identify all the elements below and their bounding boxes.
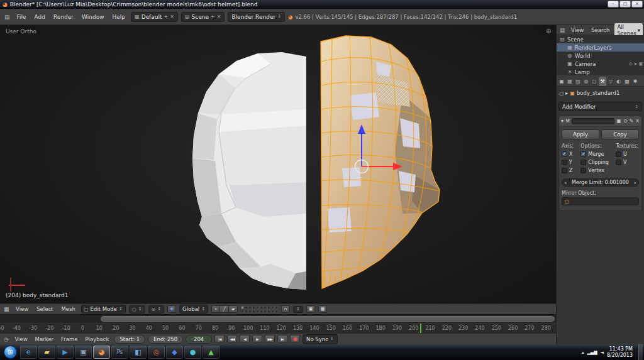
layer-toggle[interactable] — [248, 306, 252, 309]
render-engine-dropdown[interactable]: Blender Render ↕ — [228, 12, 285, 22]
prev-keyframe-button[interactable]: ◀◀ — [227, 335, 237, 343]
timeline-menu-marker[interactable]: Marker — [33, 335, 56, 343]
visibility-eye-icon[interactable]: ⊙ — [629, 62, 633, 67]
blender-icon[interactable]: ◕ — [93, 346, 110, 359]
file-explorer-folder-icon[interactable]: ▰ — [38, 346, 55, 359]
clipping-checkbox[interactable]: Clipping — [580, 159, 613, 166]
texture-v-checkbox[interactable]: V — [616, 159, 639, 166]
layer-toggle[interactable] — [252, 310, 255, 313]
snap-mode-dropdown[interactable]: ↕ — [293, 306, 303, 313]
tab-render[interactable]: ▣ — [558, 77, 565, 86]
pivot-dropdown[interactable]: ⊙ ↕ — [148, 305, 165, 314]
edge-select-button[interactable]: ╱ — [220, 305, 229, 313]
mirror-object-field[interactable]: ◻ — [562, 197, 639, 205]
merge-limit-slider[interactable]: ◂ Merge Limit: 0.001000 ▸ — [562, 178, 639, 187]
screen-layout-dropdown[interactable]: ▦ Default + × — [131, 12, 178, 22]
tab-particles[interactable]: ✱ — [631, 77, 639, 86]
outliner-menu-search[interactable]: Search — [589, 26, 612, 34]
decrement-arrow-icon[interactable]: ◂ — [564, 180, 567, 185]
viewport-menu-mesh[interactable]: Mesh — [58, 305, 77, 313]
timeline-editor-icon[interactable]: ◷ — [3, 336, 9, 342]
tab-modifiers[interactable]: ⚒ — [599, 77, 606, 86]
network-icon[interactable]: ▂▄▆ — [587, 350, 597, 355]
outliner-menu-view[interactable]: View — [569, 26, 586, 34]
outliner-row-world[interactable]: ◍ World — [557, 52, 644, 60]
layer-toggle[interactable] — [245, 310, 248, 313]
layer-toggle[interactable] — [275, 310, 278, 313]
renderability-camera-icon[interactable]: ▣ — [638, 62, 643, 67]
tab-object[interactable]: ◻ — [591, 77, 598, 86]
merge-checkbox[interactable]: ✓ Merge — [580, 151, 613, 158]
layer-toggle[interactable] — [264, 310, 267, 313]
layer-toggle[interactable] — [271, 310, 274, 313]
outliner-row-lamp[interactable]: ☀ Lamp — [557, 68, 644, 75]
timeline-menu-frame[interactable]: Frame — [58, 335, 80, 343]
window-titlebar[interactable]: ◕ Blender* [C:\Users\Luz Mia\Desktop\Cri… — [0, 0, 644, 9]
menu-window[interactable]: Window — [79, 13, 107, 21]
tab-world[interactable]: ◍ — [582, 77, 590, 86]
delete-scene-icon[interactable]: × — [217, 14, 221, 19]
close-button[interactable]: × — [631, 1, 643, 8]
viewport-menu-view[interactable]: View — [13, 305, 31, 313]
visibility-toggle-icon[interactable]: ⊙ — [623, 118, 628, 124]
layer-toggle[interactable] — [260, 310, 263, 313]
outliner-row-camera[interactable]: ▣ Camera ⊙ ➤ ▣ — [557, 60, 644, 68]
orientation-dropdown[interactable]: Global ↕ — [179, 305, 208, 314]
minimize-button[interactable]: – — [608, 1, 619, 8]
app-teal-icon[interactable]: ● — [184, 346, 201, 359]
layer-toggle[interactable] — [267, 310, 270, 313]
app-gray-icon[interactable]: ▣ — [75, 346, 92, 359]
app-blue-icon[interactable]: ◆ — [166, 346, 183, 359]
layer-toggle[interactable] — [264, 306, 267, 309]
layer-toggle[interactable] — [271, 306, 274, 309]
timeline-playhead[interactable] — [420, 323, 421, 333]
apply-button[interactable]: Apply — [562, 129, 599, 139]
tab-texture[interactable]: ▩ — [623, 77, 631, 86]
timeline-menu-view[interactable]: View — [12, 335, 30, 343]
menu-add[interactable]: Add — [32, 13, 48, 21]
axis-z-checkbox[interactable]: Z — [562, 167, 577, 174]
mode-dropdown[interactable]: ◻ Edit Mode ↕ — [81, 305, 126, 314]
delete-layout-icon[interactable]: × — [170, 14, 174, 19]
render-toggle-icon[interactable]: ▣ — [616, 118, 621, 124]
timeline-scrollbar-thumb[interactable] — [101, 316, 555, 322]
start-button[interactable]: ⊞ — [4, 346, 17, 359]
vertex-groups-checkbox[interactable]: Vertex — [580, 167, 613, 174]
delete-modifier-icon[interactable]: × — [635, 118, 640, 124]
viewport-menu-select[interactable]: Select — [34, 305, 55, 313]
opengl-render-button[interactable]: ▣ — [306, 305, 315, 313]
layer-toggle[interactable] — [241, 306, 244, 309]
viewport-editor-type-icon[interactable]: ▦ — [3, 306, 10, 312]
tab-object-data[interactable]: ▽ — [607, 77, 614, 86]
photoshop-icon[interactable]: Ps — [111, 346, 128, 359]
modifier-name-field[interactable] — [572, 118, 614, 124]
outliner-editor-icon[interactable]: ▤ — [558, 27, 566, 33]
modifier-panel-header[interactable]: ▾ ⚒ ▣ ⊙ ✎ × — [559, 116, 641, 126]
layer-toggle[interactable] — [245, 306, 248, 309]
jump-to-start-button[interactable]: |◀ — [214, 335, 225, 343]
tab-render-layers[interactable]: ▦ — [566, 77, 574, 86]
sync-dropdown[interactable]: No Sync ↕ — [303, 334, 338, 344]
editmode-toggle-icon[interactable]: ✎ — [630, 118, 634, 124]
add-layout-icon[interactable]: + — [164, 14, 169, 19]
editor-type-icon[interactable]: ▤ — [3, 14, 11, 20]
layer-toggle[interactable] — [267, 306, 270, 309]
app-green-icon[interactable]: ▲ — [203, 346, 219, 359]
maximize-button[interactable]: □ — [619, 1, 631, 8]
increment-arrow-icon[interactable]: ▸ — [634, 180, 636, 185]
outliner-row-renderlayers[interactable]: ▦ RenderLayers — [557, 43, 644, 52]
copy-button[interactable]: Copy — [601, 129, 639, 139]
layer-toggle[interactable] — [275, 306, 278, 309]
end-frame-field[interactable]: End: 250 — [148, 335, 183, 344]
play-button[interactable]: ▶ — [252, 335, 262, 343]
snap-magnet-button[interactable]: ∩ — [281, 305, 290, 313]
chrome-icon[interactable]: ◎ — [148, 346, 165, 359]
face-select-button[interactable]: ▰ — [229, 305, 238, 313]
opengl-animation-button[interactable]: ▦ — [318, 305, 327, 313]
add-modifier-dropdown[interactable]: Add Modifier ↕ — [558, 102, 642, 111]
axis-x-checkbox[interactable]: ✓ X — [562, 151, 577, 158]
tab-material[interactable]: ◐ — [615, 77, 623, 86]
current-frame-field[interactable]: 204 — [186, 335, 212, 344]
texture-u-checkbox[interactable]: U — [616, 151, 639, 158]
menu-file[interactable]: File — [14, 13, 29, 21]
